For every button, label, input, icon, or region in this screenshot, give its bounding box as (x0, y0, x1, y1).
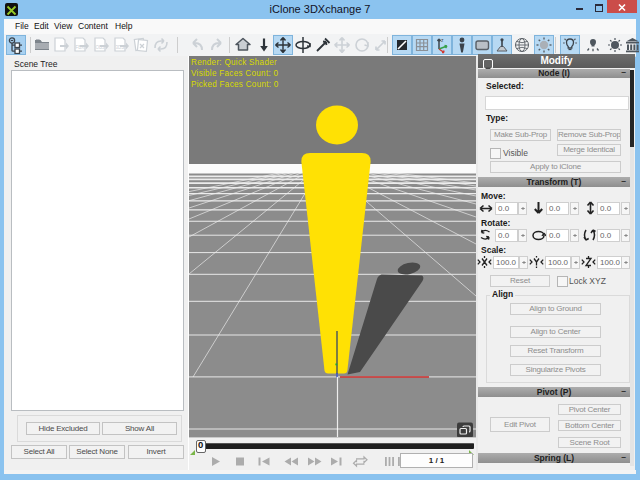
svg-text:Render: Quick Shader: Render: Quick Shader (191, 58, 277, 67)
svg-text:3DS: 3DS (116, 45, 125, 50)
svg-text:OBJ: OBJ (96, 45, 105, 50)
svg-text:FBX: FBX (76, 45, 85, 50)
svg-text:Visible Faces Count: 0: Visible Faces Count: 0 (191, 69, 278, 78)
svg-text:Picked Faces Count: 0: Picked Faces Count: 0 (191, 80, 279, 89)
svg-text:z: z (441, 37, 444, 43)
